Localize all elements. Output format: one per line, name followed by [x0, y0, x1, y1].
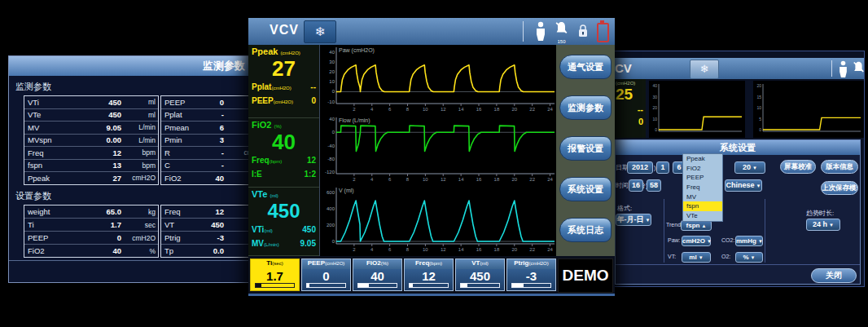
table-row: fspn13bpm — [24, 160, 158, 173]
row-value: - — [202, 161, 229, 170]
svg-text:8: 8 — [406, 247, 410, 252]
chevron-down-icon: ▼ — [756, 183, 761, 188]
row-label: PEEP — [24, 233, 65, 242]
cell-text: Pplat — [252, 82, 271, 91]
row-value: 3 — [202, 135, 229, 144]
language-dropdown[interactable]: Chinese▼ — [725, 179, 762, 192]
setting-key-value: 1.7 — [251, 269, 299, 283]
menu-button-4[interactable]: 系统日志 — [559, 218, 612, 242]
divider — [9, 260, 253, 261]
param-name: Pplat(cmH2O) — [252, 81, 292, 95]
cell-text: VTi — [252, 225, 264, 234]
version-info-button[interactable]: 版本信息 — [821, 160, 858, 174]
row-value: 13 — [65, 161, 126, 170]
setting-key-value: -3 — [507, 269, 555, 283]
menu-button-3[interactable]: 系统设置 — [559, 177, 612, 201]
param-value: -- — [310, 81, 316, 95]
patient-icon[interactable] — [535, 21, 546, 44]
divider — [664, 199, 664, 263]
param-name: FiO2 — [252, 120, 271, 130]
table-row: Tp0.0 — [161, 245, 261, 257]
progress-fill — [512, 284, 524, 287]
divider — [831, 60, 832, 77]
table-row: FiO240 — [161, 172, 261, 184]
table-row: Pmin3 — [161, 135, 261, 148]
param-unit: (L/min) — [264, 242, 279, 247]
time-minute-field[interactable]: 58 — [647, 179, 661, 192]
close-button[interactable]: 关闭 — [811, 268, 857, 283]
row-value: - — [202, 110, 229, 119]
unit-dropdown-o2[interactable]: %▼ — [735, 252, 763, 263]
dropdown-item[interactable]: fspn — [683, 201, 722, 211]
param-unit: (ml) — [264, 228, 272, 233]
dropdown-item[interactable]: FiO2 — [683, 164, 722, 174]
setting-keys-row: DEMO Ti(sec)1.7PEEP(cmH2O)0FiO2(%)40Freq… — [248, 256, 615, 294]
table-row: MVspn0.00L/min — [24, 135, 158, 148]
freeze-icon[interactable]: ❄ — [304, 20, 336, 43]
trend-duration-dropdown[interactable]: 24 h▼ — [806, 219, 840, 231]
svg-text:20: 20 — [511, 107, 517, 112]
alarm-volume-dropdown[interactable]: 20▼ — [734, 161, 765, 174]
row-value: 6 — [202, 123, 229, 132]
table-row: Pmean6 — [161, 122, 261, 135]
svg-text:-10: -10 — [327, 99, 335, 104]
svg-text:600: 600 — [327, 190, 335, 195]
setting-key-label: PEEP(cmH2O) — [302, 259, 350, 269]
param-big-value: 40 — [252, 130, 316, 154]
chevron-down-icon: ▼ — [707, 239, 712, 244]
svg-text:6: 6 — [388, 177, 392, 182]
row-value: -3 — [202, 233, 229, 242]
dropdown-item[interactable]: VTe — [683, 211, 722, 221]
svg-text:16: 16 — [476, 247, 482, 252]
cell-text: VT — [471, 259, 480, 267]
row-label: VTe — [24, 110, 65, 119]
row-value: 450 — [65, 98, 126, 107]
menu-button-0[interactable]: 通气设置 — [559, 55, 612, 79]
svg-text:10: 10 — [652, 117, 657, 122]
svg-text:30: 30 — [652, 95, 657, 99]
progress-fill — [410, 284, 413, 287]
svg-text:12: 12 — [441, 107, 446, 112]
dropdown-item[interactable]: PEEP — [683, 173, 722, 183]
date-month-field[interactable]: 1 — [656, 161, 669, 174]
svg-text:Flow (L/min): Flow (L/min) — [339, 117, 370, 124]
row-label: PEEP — [161, 98, 202, 107]
restore-mode-button[interactable]: 上次保存模式 — [821, 181, 858, 195]
unit-dropdown-vt[interactable]: ml▼ — [682, 252, 711, 263]
row-value: 1.7 — [65, 220, 126, 229]
alarm-pause-icon — [853, 60, 865, 78]
setting-key-freq[interactable]: Freq(bpm)12 — [404, 259, 454, 291]
menu-button-2[interactable]: 报警设置 — [559, 136, 612, 161]
svg-text:200: 200 — [327, 223, 335, 228]
dropdown-item[interactable]: Freq — [683, 183, 722, 192]
screen-calibration-button[interactable]: 屏幕校准 — [780, 160, 816, 174]
setting-key-ti[interactable]: Ti(sec)1.7 — [250, 259, 300, 291]
setting-key-ptrig[interactable]: Ptrig(cmH2O)-3 — [506, 259, 556, 291]
setting-key-label: Ti(sec) — [251, 259, 299, 269]
param-name: I:E — [252, 168, 262, 182]
svg-text:Paw (cmH2O): Paw (cmH2O) — [339, 47, 375, 54]
menu-button-1[interactable]: 监测参数 — [559, 95, 612, 120]
dropdown-item[interactable]: Ppeak — [683, 154, 722, 164]
unit-dropdown-paw[interactable]: cmH2O▼ — [682, 236, 711, 246]
unit-dropdown-co2[interactable]: mmHg▼ — [735, 236, 763, 246]
date-year-field[interactable]: 2012 — [627, 161, 653, 174]
dropdown-item[interactable]: MV — [683, 192, 722, 202]
system-settings-dialog: 系统设置 日期(年/月/日): 2012 1 6 报警音量: 20▼ 屏幕校准 … — [615, 139, 861, 285]
svg-text:24: 24 — [547, 107, 553, 112]
setting-section-label: 设置参数 — [15, 190, 51, 202]
param-row: Freq(bpm)12 — [252, 154, 316, 168]
setting-key-peep[interactable]: PEEP(cmH2O)0 — [301, 259, 351, 291]
row-label: Freq — [161, 207, 202, 216]
setting-key-vt[interactable]: VT(ml)450 — [455, 259, 505, 291]
mini-waveform-1: 403020100 — [649, 81, 745, 138]
unit-value: mmHg — [736, 237, 756, 245]
setting-key-fio2[interactable]: FiO2(%)40 — [353, 259, 402, 291]
time-hour-field[interactable]: 16 — [629, 179, 643, 192]
freeze-icon[interactable]: ❄ — [690, 60, 719, 79]
row-label: MV — [24, 123, 65, 132]
trend-label: Trend: — [666, 222, 682, 228]
date-format-dropdown[interactable]: 年-月-日▼ — [616, 214, 651, 226]
row-unit: bpm — [126, 161, 158, 170]
main-ventilator-screen: VCV ❄ 150 Ppeak (cmH2O)27Pplat(cmH2O)--P… — [248, 18, 615, 296]
